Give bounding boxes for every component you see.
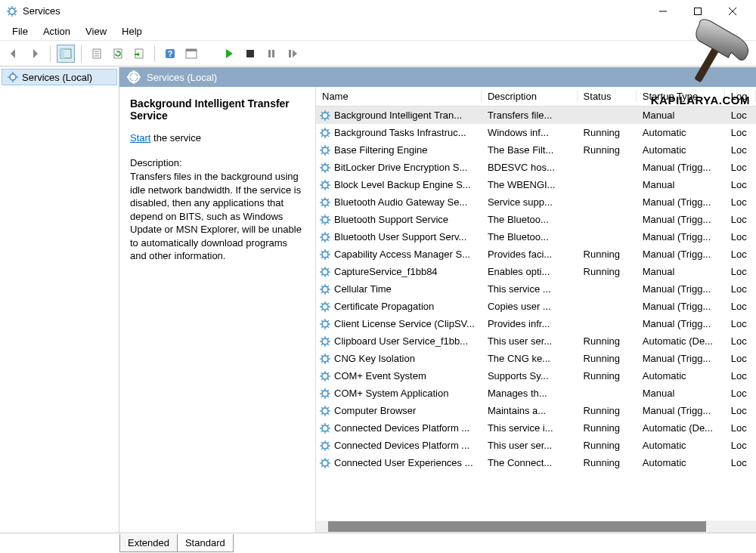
service-description: This service i... [482, 422, 578, 434]
service-row[interactable]: Bluetooth Audio Gateway Se...Service sup… [316, 193, 756, 211]
service-name: Bluetooth Support Service [334, 214, 448, 225]
service-name: CaptureService_f1bb84 [334, 266, 438, 277]
menu-view[interactable]: View [78, 24, 114, 39]
start-service-button[interactable] [220, 45, 238, 63]
menu-action[interactable]: Action [36, 24, 78, 39]
service-log-on-as: Loc [725, 301, 756, 312]
service-name: Block Level Backup Engine S... [334, 179, 471, 190]
properties-button[interactable] [88, 45, 106, 63]
service-name: Base Filtering Engine [334, 144, 428, 156]
service-row[interactable]: Block Level Backup Engine S...The WBENGI… [316, 176, 756, 193]
service-row[interactable]: Background Tasks Infrastruc...Windows in… [316, 124, 756, 141]
service-startup-type: Manual [637, 179, 725, 190]
svg-line-126 [321, 268, 323, 270]
tab-standard[interactable]: Standard [177, 534, 234, 552]
service-row[interactable]: Connected Devices Platform ...This user … [316, 437, 756, 454]
gear-icon [319, 370, 331, 382]
svg-line-64 [327, 153, 329, 154]
svg-line-120 [327, 251, 329, 252]
service-row[interactable]: Cellular TimeThis service ...Manual (Tri… [316, 280, 756, 298]
service-description: The Bluetoo... [482, 231, 578, 243]
list-rows[interactable]: Background Intelligent Tran...Transfers … [316, 107, 756, 521]
service-row[interactable]: Capability Access Manager S...Provides f… [316, 246, 756, 263]
service-row[interactable]: Client License Service (ClipSV...Provide… [316, 315, 756, 332]
service-row[interactable]: BitLocker Drive Encryption S...BDESVC ho… [316, 159, 756, 176]
gear-icon [319, 318, 331, 330]
service-startup-type: Manual (Trigg... [637, 231, 725, 243]
service-row[interactable]: Clipboard User Service_f1bb...This user … [316, 332, 756, 350]
service-row[interactable]: Bluetooth Support ServiceThe Bluetoo...M… [316, 211, 756, 228]
svg-line-191 [321, 396, 323, 397]
show-hide-detail-button[interactable] [182, 45, 200, 63]
service-description: Windows inf... [482, 127, 578, 138]
column-header-status[interactable]: Status [578, 91, 637, 102]
service-name: Cellular Time [334, 283, 392, 295]
service-status: Running [578, 405, 637, 416]
service-row[interactable]: Background Intelligent Tran...Transfers … [316, 107, 756, 124]
service-row[interactable]: Base Filtering EngineThe Base Filt...Run… [316, 141, 756, 159]
gear-icon [319, 214, 331, 226]
service-row[interactable]: Connected User Experiences ...The Connec… [316, 454, 756, 471]
svg-rect-25 [246, 50, 254, 57]
console-tree[interactable]: Services (Local) [0, 67, 119, 533]
svg-line-101 [321, 222, 323, 224]
column-header-name[interactable]: Name [316, 91, 482, 102]
tree-item-services-local[interactable]: Services (Local) [2, 69, 117, 85]
menu-file[interactable]: File [5, 24, 36, 39]
pause-service-button[interactable] [262, 45, 280, 63]
svg-line-153 [321, 320, 323, 322]
svg-line-189 [321, 390, 323, 391]
services-list: Name Description Status Startup Type Log… [316, 87, 756, 533]
show-hide-tree-button[interactable] [57, 45, 75, 63]
workspace: Services (Local) Services (Local) Backgr… [0, 66, 756, 533]
back-button[interactable] [5, 45, 23, 63]
service-row[interactable]: Certificate PropagationCopies user ...Ma… [316, 298, 756, 315]
svg-line-138 [327, 286, 329, 287]
service-startup-type: Automatic [637, 370, 725, 382]
svg-point-40 [322, 113, 328, 119]
svg-line-45 [321, 112, 323, 113]
svg-line-117 [321, 251, 323, 252]
service-row[interactable]: COM+ Event SystemSupports Sy...RunningAu… [316, 367, 756, 385]
svg-line-75 [327, 164, 329, 165]
service-startup-type: Manual (Trigg... [637, 353, 725, 364]
column-header-description[interactable]: Description [482, 91, 578, 102]
service-name: CNG Key Isolation [334, 353, 415, 364]
svg-line-66 [327, 147, 329, 148]
refresh-button[interactable] [109, 45, 127, 63]
service-row[interactable]: Computer BrowserMaintains a...RunningMan… [316, 402, 756, 419]
forward-button[interactable] [26, 45, 44, 63]
svg-point-76 [322, 182, 328, 188]
svg-line-48 [327, 112, 329, 113]
svg-point-193 [322, 408, 328, 414]
restart-service-button[interactable] [284, 45, 302, 63]
service-row[interactable]: COM+ System ApplicationManages th...Manu… [316, 385, 756, 402]
service-startup-type: Automatic (De... [637, 335, 725, 347]
horizontal-scrollbar[interactable] [316, 521, 756, 533]
service-log-on-as: Loc [725, 144, 756, 156]
svg-rect-14 [60, 49, 64, 58]
svg-point-175 [322, 373, 328, 379]
svg-line-219 [327, 442, 329, 443]
svg-rect-26 [268, 50, 271, 57]
help-button[interactable]: ? [161, 45, 179, 63]
tab-extended[interactable]: Extended [119, 534, 178, 552]
service-description: Copies user ... [482, 301, 578, 312]
stop-service-button[interactable] [241, 45, 259, 63]
svg-line-46 [327, 118, 329, 119]
menu-help[interactable]: Help [114, 24, 150, 39]
export-list-button[interactable] [130, 45, 148, 63]
service-row[interactable]: Connected Devices Platform ...This servi… [316, 419, 756, 437]
svg-line-147 [327, 303, 329, 304]
svg-line-198 [321, 407, 323, 409]
svg-line-144 [321, 303, 323, 304]
service-row[interactable]: CNG Key IsolationThe CNG ke...RunningMan… [316, 350, 756, 367]
service-startup-type: Automatic (De... [637, 422, 725, 434]
svg-point-157 [322, 338, 328, 344]
service-row[interactable]: Bluetooth User Support Serv...The Blueto… [316, 228, 756, 246]
svg-line-164 [321, 344, 323, 345]
hammer-icon [673, 14, 756, 89]
start-service-link[interactable]: Start [130, 132, 150, 144]
svg-line-119 [321, 257, 323, 258]
service-row[interactable]: CaptureService_f1bb84Enables opti...Runn… [316, 263, 756, 280]
